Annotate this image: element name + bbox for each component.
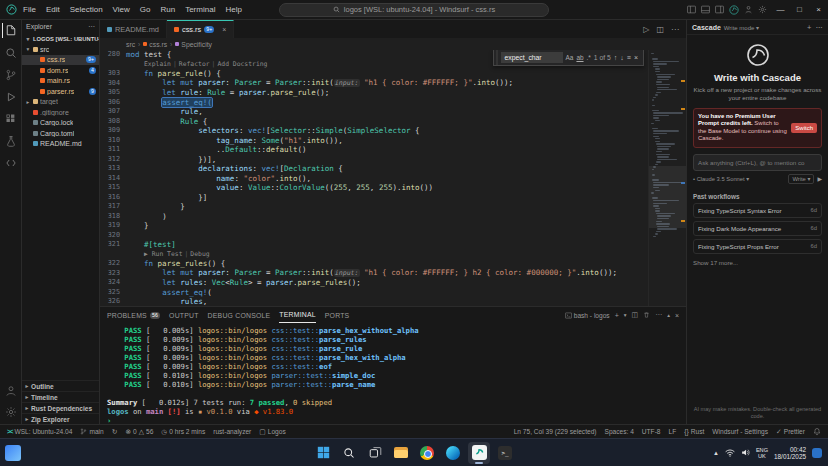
code-line[interactable]: 305 let rule: Rule = parser.parse_rule()…: [100, 88, 648, 98]
kill-terminal-icon[interactable]: [643, 311, 650, 319]
windsurf-account-icon[interactable]: [729, 5, 739, 15]
status-problems[interactable]: ⊗0△56: [121, 425, 157, 438]
widgets-icon[interactable]: [5, 445, 21, 461]
panel-tab-problems[interactable]: Problems56: [107, 307, 160, 323]
code-line[interactable]: 318 ): [100, 212, 648, 222]
terminal-instance[interactable]: bash - logos: [565, 312, 610, 319]
cascade-input[interactable]: Ask anything (Ctrl+L), @ to mention co: [693, 154, 822, 171]
status-remote-indicator[interactable]: ><WSL: Ubuntu-24.04: [3, 425, 76, 438]
taskbar-search-button[interactable]: [338, 442, 360, 464]
close-button[interactable]: ×: [809, 0, 828, 19]
activity-settings-icon[interactable]: [2, 404, 20, 419]
split-terminal-button[interactable]: ◫: [632, 311, 639, 319]
code-line[interactable]: 304 let mut parser: Parser = Parser::ini…: [100, 79, 648, 89]
activity-account-icon[interactable]: [2, 383, 20, 398]
file-item-readme-md[interactable]: README.md: [22, 139, 99, 150]
terminal-picker-dropdown[interactable]: ▾: [624, 312, 627, 318]
code-line[interactable]: 320: [100, 231, 648, 241]
workspace-header[interactable]: ▾ logos [WSL: ubuntu-24.04]: [22, 33, 99, 44]
code-line[interactable]: 326 rules,: [100, 297, 648, 306]
model-select[interactable]: • Claude 3.5 Sonnet ▾: [693, 176, 749, 182]
cascade-mode-select[interactable]: Write mode ▾: [724, 24, 759, 31]
code-editor[interactable]: 280mod test {Explain|Refactor|Add Docstr…: [100, 50, 686, 306]
toggle-panel-icon[interactable]: [701, 5, 710, 14]
file-item-parser-rs[interactable]: parser.rs9: [22, 86, 99, 97]
codelens-action[interactable]: Explain: [144, 60, 171, 68]
status-language-mode[interactable]: {}Rust: [680, 425, 708, 438]
notification-badge[interactable]: [812, 448, 822, 458]
file-item-dom-rs[interactable]: dom.rs4: [22, 65, 99, 76]
panel-tab-output[interactable]: Output: [169, 307, 199, 323]
tray-chevron-icon[interactable]: ▲: [713, 450, 719, 456]
explorer-more-icon[interactable]: ⋯: [88, 23, 95, 31]
editor-more-button[interactable]: ⋯: [671, 25, 679, 34]
volume-icon[interactable]: [741, 448, 750, 457]
split-editor-button[interactable]: ◫: [656, 25, 664, 34]
code-line[interactable]: 312 })],: [100, 155, 648, 165]
panel-more-button[interactable]: ⋯: [655, 311, 662, 319]
window-title-search[interactable]: logos [WSL: ubuntu-24.04] - Windsurf - c…: [279, 3, 549, 17]
file-item-target[interactable]: ▸target: [22, 97, 99, 108]
code-line[interactable]: 309 selectors: vec![Selector::Simple(Sim…: [100, 126, 648, 136]
terminal-output[interactable]: PASS [ 0.005s] logos::bin/logos css::tes…: [100, 323, 686, 424]
menu-selection[interactable]: Selection: [65, 5, 108, 14]
whole-word-toggle[interactable]: ab: [576, 54, 583, 61]
menu-go[interactable]: Go: [135, 5, 156, 14]
panel-tab-debug-console[interactable]: Debug Console: [208, 307, 271, 323]
codelens-action[interactable]: ▶ Run Test: [144, 250, 182, 258]
find-input[interactable]: expect_char: [501, 52, 563, 63]
status-sync[interactable]: ↻: [108, 425, 122, 438]
code-line[interactable]: 307 rule,: [100, 107, 648, 117]
code-line[interactable]: 325 assert_eq!(: [100, 288, 648, 298]
settings-gear-icon[interactable]: [758, 5, 767, 14]
menu-file[interactable]: File: [18, 5, 41, 14]
activity-explorer-icon[interactable]: [2, 23, 20, 38]
sidebar-section-rust-dependencies[interactable]: ▸Rust Dependencies: [22, 402, 99, 413]
workflow-item[interactable]: Fixing TypeScript Syntax Error6d: [693, 203, 822, 218]
code-area[interactable]: 280mod test {Explain|Refactor|Add Docstr…: [100, 50, 648, 306]
file-item-cargo-toml[interactable]: Cargo.toml: [22, 128, 99, 139]
code-line[interactable]: 315 value: Value::ColorValue((255, 255, …: [100, 183, 648, 193]
clock[interactable]: 00:42 18/01/2025: [774, 446, 806, 460]
code-line[interactable]: 308 Rule {: [100, 117, 648, 127]
code-line[interactable]: 314 name: "color".into(),: [100, 174, 648, 184]
taskbar-explorer-button[interactable]: [390, 442, 412, 464]
taskbar-taskview-button[interactable]: [364, 442, 386, 464]
code-line[interactable]: 323 let mut parser: Parser = Parser::ini…: [100, 269, 648, 279]
taskbar-edge-button[interactable]: [442, 442, 464, 464]
sidebar-section-outline[interactable]: ▸Outline: [22, 380, 99, 391]
taskbar-terminal-button[interactable]: >_: [494, 442, 516, 464]
match-case-toggle[interactable]: Aa: [566, 54, 574, 61]
minimap[interactable]: [648, 50, 686, 306]
close-tab-icon[interactable]: ×: [222, 26, 226, 33]
status-eol[interactable]: LF: [665, 425, 681, 438]
panel-tab-terminal[interactable]: Terminal: [279, 307, 315, 323]
activity-source-control-icon[interactable]: [2, 67, 20, 82]
taskbar-chrome-button[interactable]: [416, 442, 438, 464]
write-mode-button[interactable]: Write ▾: [788, 174, 814, 184]
menu-help[interactable]: Help: [220, 5, 246, 14]
file-item-css-rs[interactable]: css.rs9+: [22, 55, 99, 66]
maximize-button[interactable]: □: [790, 0, 809, 19]
find-in-selection-button[interactable]: ≡: [627, 54, 631, 61]
find-prev-button[interactable]: ↑: [614, 54, 618, 61]
sidebar-section-zip-explorer[interactable]: ▸Zip Explorer: [22, 413, 99, 424]
menu-terminal[interactable]: Terminal: [180, 5, 220, 14]
status-cargo-project[interactable]: ▢Logos: [255, 425, 289, 438]
send-icon[interactable]: ▶: [817, 175, 822, 182]
toggle-sidebar-icon[interactable]: [687, 5, 696, 14]
file-item-gitignore[interactable]: .gitignore: [22, 107, 99, 118]
close-panel-button[interactable]: ×: [675, 312, 679, 319]
code-line[interactable]: 310 tag_name: Some("h1".into()),: [100, 136, 648, 146]
status-time-tracker[interactable]: ◷0 hrs 2 mins: [157, 425, 209, 438]
code-line[interactable]: 317 }: [100, 202, 648, 212]
file-item-cargo-lock[interactable]: Cargo.lock: [22, 118, 99, 129]
minimap-slider[interactable]: [649, 166, 686, 228]
tab-readme-md[interactable]: README.md: [100, 20, 167, 38]
account-icon[interactable]: [744, 5, 753, 14]
show-more-link[interactable]: Show 17 more...: [693, 259, 822, 266]
taskbar-start-button[interactable]: [312, 442, 334, 464]
breadcrumb-css-rs[interactable]: css.rs: [143, 41, 167, 48]
toggle-secondary-sidebar-icon[interactable]: [715, 5, 724, 14]
panel-tab-ports[interactable]: Ports: [325, 307, 350, 323]
